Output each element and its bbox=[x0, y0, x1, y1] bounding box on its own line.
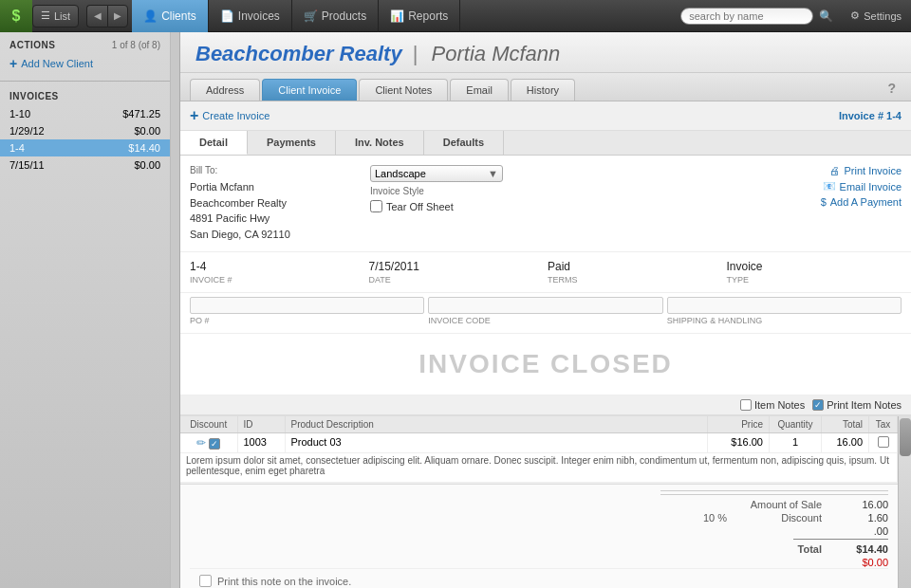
company-header: Beachcomber Realty | Portia Mcfann bbox=[180, 32, 911, 73]
main-layout: ACTIONS 1 of 8 (of 8) + Add New Client I… bbox=[0, 32, 911, 588]
table-row: ✏ ✓ 1003 Product 03 $16.00 1 16.00 bbox=[180, 433, 898, 453]
nav-arrows: ◀ ▶ bbox=[86, 5, 128, 28]
invoice-row-selected[interactable]: 1-4 $14.40 bbox=[0, 139, 170, 156]
tab-email[interactable]: Email bbox=[450, 79, 509, 101]
email-invoice-button[interactable]: 📧 Email Invoice bbox=[823, 180, 902, 193]
add-new-client-button[interactable]: + Add New Client bbox=[9, 54, 160, 73]
print-item-notes-checkbox-label: ✓ Print Item Notes bbox=[812, 399, 902, 411]
print-icon: 🖨 bbox=[829, 165, 840, 176]
sidebar: ACTIONS 1 of 8 (of 8) + Add New Client I… bbox=[0, 32, 180, 588]
invoice-closed-banner: INVOICE CLOSED bbox=[180, 334, 911, 395]
item-tax-cell bbox=[869, 433, 898, 453]
item-table-header-row: Item Notes ✓ Print Item Notes bbox=[180, 395, 911, 415]
invoice-row[interactable]: 1-10 $471.25 bbox=[0, 105, 170, 122]
item-table: Discount ID Product Description Price Qu… bbox=[180, 416, 898, 483]
tax-checkbox[interactable] bbox=[878, 436, 889, 448]
print-note-checkbox[interactable] bbox=[199, 575, 212, 587]
top-nav-bar: $ ☰ List ◀ ▶ 👤 Clients 📄 Invoices 🛒 Prod… bbox=[0, 0, 911, 32]
invoice-actions-section: 🖨 Print Invoice 📧 Email Invoice $ Add A … bbox=[821, 165, 902, 242]
print-invoice-button[interactable]: 🖨 Print Invoice bbox=[829, 165, 902, 176]
bill-to-label: Bill To: bbox=[190, 165, 361, 175]
item-description-text: Lorem ipsum dolor sit amet, consectetuer… bbox=[180, 453, 898, 483]
sub-tab-detail[interactable]: Detail bbox=[180, 131, 248, 155]
invoice-type-cell: Invoice Type bbox=[727, 260, 902, 285]
settings-button[interactable]: ⚙ Settings bbox=[841, 9, 911, 22]
col-header-tax: Tax bbox=[869, 416, 898, 433]
invoices-icon: 📄 bbox=[220, 9, 234, 23]
invoice-style-label: Invoice Style bbox=[370, 186, 522, 196]
dollar-icon: $ bbox=[821, 196, 827, 208]
invoice-terms-cell: Paid Terms bbox=[548, 260, 723, 285]
sub-tab-defaults[interactable]: Defaults bbox=[424, 131, 504, 155]
invoice-info-grid: 1-4 Invoice # 7/15/2011 Date Paid Terms … bbox=[180, 252, 911, 293]
right-scrollbar[interactable] bbox=[898, 416, 911, 588]
col-header-id: ID bbox=[237, 416, 285, 433]
invoice-code-cell: Invoice Code bbox=[428, 297, 662, 325]
nav-tab-invoices[interactable]: 📄 Invoices bbox=[209, 0, 292, 32]
col-header-description: Product Description bbox=[285, 416, 708, 433]
nav-tab-products[interactable]: 🛒 Products bbox=[292, 0, 379, 32]
create-invoice-button[interactable]: + Create Invoice bbox=[190, 107, 270, 124]
tab-client-invoice[interactable]: Client Invoice bbox=[262, 79, 357, 101]
invoice-row[interactable]: 7/15/11 $0.00 bbox=[0, 156, 170, 174]
search-input[interactable] bbox=[680, 8, 813, 25]
nav-tab-reports[interactable]: 📊 Reports bbox=[379, 0, 460, 32]
nav-tab-clients[interactable]: 👤 Clients bbox=[132, 0, 209, 32]
col-header-total: Total bbox=[822, 416, 869, 433]
shipping-input[interactable] bbox=[667, 297, 902, 314]
item-notes-checkbox-label: Item Notes bbox=[740, 399, 805, 411]
balance-row: $0.00 bbox=[708, 557, 888, 568]
contact-name: Portia Mcfann bbox=[432, 42, 561, 65]
content-area: Beachcomber Realty | Portia Mcfann Addre… bbox=[180, 32, 911, 588]
sidebar-scrollbar[interactable] bbox=[170, 32, 179, 588]
print-item-notes-checkbox[interactable]: ✓ bbox=[812, 399, 824, 411]
total-row: Total $14.40 bbox=[708, 543, 888, 555]
tab-client-notes[interactable]: Client Notes bbox=[359, 79, 448, 101]
search-area: 🔍 bbox=[673, 8, 841, 25]
amount-of-sale-row: Amount of Sale 16.00 bbox=[708, 499, 888, 510]
back-button[interactable]: ◀ bbox=[86, 5, 107, 28]
tab-address[interactable]: Address bbox=[190, 79, 260, 101]
actions-header: ACTIONS bbox=[9, 40, 56, 50]
list-icon: ☰ bbox=[41, 9, 50, 22]
invoice-number-label: Invoice # 1-4 bbox=[839, 110, 902, 121]
item-total-cell: 16.00 bbox=[822, 433, 869, 453]
item-table-area: Discount ID Product Description Price Qu… bbox=[180, 415, 911, 588]
tab-history[interactable]: History bbox=[511, 79, 575, 101]
po-number-input[interactable] bbox=[190, 297, 424, 314]
tear-off-checkbox[interactable] bbox=[370, 200, 382, 212]
bottom-note: Print this note on the invoice. bbox=[190, 568, 888, 588]
invoice-style-select[interactable]: Landscape ▼ bbox=[370, 165, 503, 182]
email-icon: 📧 bbox=[823, 180, 836, 193]
item-description-cell: Product 03 bbox=[285, 433, 708, 453]
item-notes-checkbox[interactable] bbox=[740, 399, 752, 411]
invoice-code-input[interactable] bbox=[428, 297, 662, 314]
edit-icon[interactable]: ✏ bbox=[196, 436, 206, 450]
bill-to-section: Bill To: Portia Mcfann Beachcomber Realt… bbox=[190, 165, 361, 242]
dropdown-arrow-icon: ▼ bbox=[488, 168, 498, 179]
company-name: Beachcomber Realty bbox=[195, 42, 402, 65]
add-icon: + bbox=[9, 56, 17, 71]
clients-icon: 👤 bbox=[143, 9, 158, 23]
client-tab-bar: Address Client Invoice Client Notes Emai… bbox=[180, 73, 911, 101]
invoices-section: INVOICES 1-10 $471.25 1/29/12 $0.00 1-4 … bbox=[0, 82, 170, 179]
create-invoice-icon: + bbox=[190, 107, 198, 124]
invoice-content: + Create Invoice Invoice # 1-4 Detail Pa… bbox=[180, 101, 911, 588]
invoice-row[interactable]: 1/29/12 $0.00 bbox=[0, 122, 170, 139]
add-payment-button[interactable]: $ Add A Payment bbox=[821, 196, 902, 208]
help-button[interactable]: ? bbox=[882, 79, 902, 101]
invoices-section-header: INVOICES bbox=[0, 87, 170, 105]
list-button[interactable]: ☰ List bbox=[32, 5, 79, 28]
sub-tab-payments[interactable]: Payments bbox=[248, 131, 336, 155]
scroll-thumb[interactable] bbox=[900, 418, 911, 456]
discount-checkbox[interactable]: ✓ bbox=[209, 438, 220, 450]
totals-section: Amount of Sale 16.00 10 % Discount 1.60 … bbox=[180, 484, 898, 588]
products-icon: 🛒 bbox=[304, 9, 318, 23]
shipping-cell: Shipping & Handling bbox=[667, 297, 902, 325]
forward-button[interactable]: ▶ bbox=[107, 5, 128, 28]
tear-off-row: Tear Off Sheet bbox=[370, 200, 522, 212]
sub-tab-inv-notes[interactable]: Inv. Notes bbox=[336, 131, 424, 155]
invoice-toolbar: + Create Invoice Invoice # 1-4 bbox=[180, 101, 911, 131]
col-header-discount: Discount bbox=[180, 416, 237, 433]
item-quantity-cell: 1 bbox=[770, 433, 822, 453]
